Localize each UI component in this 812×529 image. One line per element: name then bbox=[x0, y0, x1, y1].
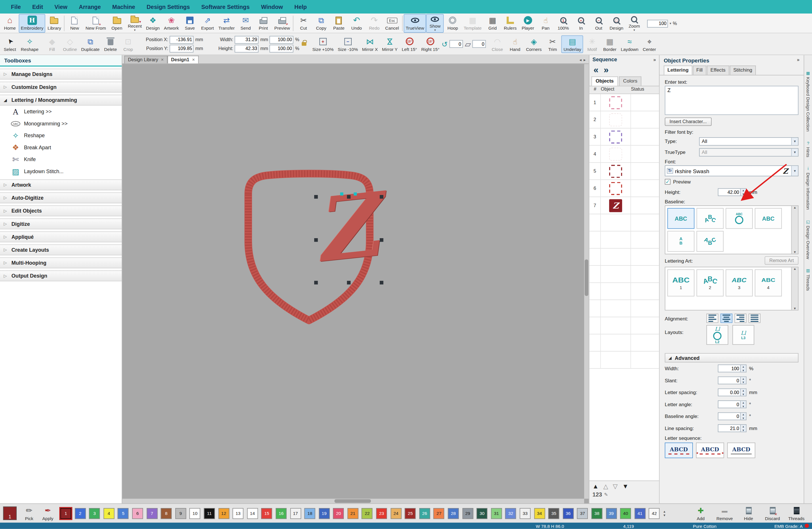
toolbar-button-new-from[interactable]: +New From bbox=[84, 14, 108, 33]
toolbox-section-customize-design[interactable]: ▷Customize Design bbox=[0, 82, 122, 93]
toolbar-button-show[interactable]: Show▾ bbox=[426, 14, 444, 33]
expander-icon[interactable]: ▷ bbox=[4, 221, 8, 226]
design-canvas[interactable]: Z bbox=[122, 64, 589, 503]
close-tab-icon[interactable]: ✕ bbox=[192, 58, 195, 62]
letter-angle-spinner[interactable]: ▲▼ bbox=[741, 400, 746, 408]
menu-file[interactable]: File bbox=[5, 0, 27, 14]
properties-tab-effects[interactable]: Effects bbox=[707, 65, 729, 75]
tab-objects[interactable]: Objects bbox=[591, 76, 618, 86]
toolbar-button-embroidery[interactable]: HEmbroidery bbox=[19, 14, 45, 33]
font-dropdown[interactable]: Tr rkshire Swash Z ▼ bbox=[665, 165, 798, 176]
toolbox-item-monogramming[interactable]: ABCMonogramming >> bbox=[0, 118, 122, 130]
palette-scroll-spinner[interactable]: ▲▼ bbox=[663, 510, 666, 517]
zoom-level-input[interactable] bbox=[648, 19, 668, 27]
hide-button[interactable]: Hide bbox=[738, 506, 759, 521]
object-thumbnail[interactable] bbox=[609, 182, 622, 195]
baseline-option-circle[interactable]: ABC bbox=[726, 208, 753, 229]
selection-handle[interactable] bbox=[314, 195, 318, 199]
object-thumbnail[interactable] bbox=[609, 130, 622, 143]
color-swatch-42[interactable]: 42 bbox=[649, 508, 660, 519]
sequence-row-4[interactable]: 4 bbox=[589, 146, 659, 163]
skew-angle-input[interactable] bbox=[473, 40, 486, 48]
menu-edit[interactable]: Edit bbox=[27, 0, 49, 14]
docked-tab-design-information[interactable]: iDesign Information bbox=[806, 166, 811, 210]
toolbox-item-break-apart[interactable]: ❖Break Apart bbox=[0, 142, 122, 153]
lettering-art-option-4[interactable]: ABC4 bbox=[755, 269, 782, 296]
width-input[interactable] bbox=[235, 36, 259, 43]
toolbox-section-digitize[interactable]: ▷Digitize bbox=[0, 218, 122, 229]
font-type-dropdown[interactable]: All ▼ bbox=[699, 137, 798, 145]
lettering-text-input[interactable]: Z bbox=[665, 86, 798, 115]
selection-handle[interactable] bbox=[314, 238, 318, 241]
toolbar-button-size-10[interactable]: +Size +10% bbox=[310, 35, 335, 53]
slant-input[interactable] bbox=[718, 377, 741, 384]
lettering-art-option-2[interactable]: ABC2 bbox=[697, 269, 724, 296]
close-tab-icon[interactable]: ✕ bbox=[161, 58, 164, 62]
object-thumbnail[interactable] bbox=[609, 164, 622, 177]
toolbar-button-artwork[interactable]: ❀Artwork bbox=[162, 14, 181, 33]
sequence-row[interactable] bbox=[589, 300, 659, 317]
selection-handle[interactable] bbox=[347, 195, 351, 199]
toolbar-button-print[interactable]: Print bbox=[255, 14, 272, 33]
toolbox-item-reshape[interactable]: ✧Reshape bbox=[0, 130, 122, 142]
advanced-section-header[interactable]: ◢ Advanced bbox=[665, 353, 798, 363]
sequence-row[interactable] bbox=[589, 266, 659, 283]
canvas-vertical-scrollbar[interactable] bbox=[584, 64, 589, 499]
selection-handle[interactable] bbox=[347, 281, 351, 284]
baseline-option-straight[interactable]: ABC bbox=[667, 208, 694, 229]
color-swatch-15[interactable]: 15 bbox=[261, 508, 272, 519]
scroll-thumb[interactable] bbox=[335, 499, 371, 503]
toolbar-button-reshape[interactable]: ✧Reshape bbox=[19, 35, 41, 53]
menu-window[interactable]: Window bbox=[255, 0, 289, 14]
color-swatch-6[interactable]: 6 bbox=[132, 508, 143, 519]
expander-icon[interactable]: ▷ bbox=[4, 261, 8, 265]
expander-icon[interactable]: ▷ bbox=[4, 274, 8, 278]
color-swatch-12[interactable]: 12 bbox=[218, 508, 229, 519]
toolbox-section-auto-digitize[interactable]: ▷Auto-Digitize bbox=[0, 192, 122, 203]
color-swatch-11[interactable]: 11 bbox=[204, 508, 215, 519]
toolbox-item-laydown-stitch[interactable]: ▨Laydown Stitch... bbox=[0, 165, 122, 177]
toolbar-button-library[interactable]: Library bbox=[45, 14, 63, 33]
canvas-horizontal-scrollbar[interactable] bbox=[122, 499, 584, 503]
toolbar-button-in[interactable]: +In bbox=[572, 14, 590, 33]
properties-tab-fill[interactable]: Fill bbox=[693, 65, 706, 75]
chevron-down-icon[interactable]: ▾ bbox=[634, 28, 635, 32]
docked-tab-hints[interactable]: ?Hints bbox=[806, 141, 811, 157]
toolbar-button-out[interactable]: −Out bbox=[590, 14, 607, 33]
threads-button[interactable]: Threads bbox=[786, 506, 807, 521]
selected-letter-object[interactable]: Z bbox=[310, 190, 381, 266]
expander-icon[interactable]: ▷ bbox=[4, 234, 8, 239]
toolbox-section-lettering-monogramming[interactable]: ◢Lettering / Monogramming bbox=[0, 94, 122, 106]
color-swatch-26[interactable]: 26 bbox=[419, 508, 430, 519]
docked-tab-threads[interactable]: ▥Threads bbox=[806, 268, 811, 291]
chevron-down-icon[interactable]: ▼ bbox=[791, 166, 798, 176]
move-down-button[interactable]: ▽ bbox=[613, 483, 618, 490]
move-to-start-button[interactable]: ▲ bbox=[593, 483, 598, 490]
art-scrollbar[interactable]: ▲▼ bbox=[791, 267, 798, 310]
width-spinner[interactable]: ▲▼ bbox=[741, 365, 746, 372]
color-swatch-24[interactable]: 24 bbox=[390, 508, 402, 519]
chevron-down-icon[interactable]: ▾ bbox=[670, 21, 671, 25]
color-swatch-30[interactable]: 30 bbox=[477, 508, 488, 519]
expander-icon[interactable]: ▷ bbox=[4, 183, 8, 187]
toolbar-button-corners[interactable]: ◈Corners bbox=[524, 35, 544, 53]
color-swatch-10[interactable]: 10 bbox=[190, 508, 201, 519]
position-y-input[interactable] bbox=[170, 45, 194, 52]
sequence-row[interactable] bbox=[589, 352, 659, 369]
toolbar-button-border[interactable]: ▦Border bbox=[601, 35, 619, 53]
color-swatch-19[interactable]: 19 bbox=[319, 508, 330, 519]
color-swatch-34[interactable]: 34 bbox=[534, 508, 545, 519]
color-swatch-20[interactable]: 20 bbox=[333, 508, 344, 519]
color-swatch-41[interactable]: 41 bbox=[635, 508, 646, 519]
sequence-row-2[interactable]: 2 bbox=[589, 111, 659, 129]
letter-spacing-input[interactable] bbox=[718, 388, 741, 396]
toolbar-button-laydown[interactable]: ≈Laydown bbox=[619, 35, 640, 53]
toolbar-button-cut[interactable]: ✂Cut bbox=[295, 14, 312, 33]
chevron-down-icon[interactable]: ▾ bbox=[134, 28, 135, 32]
toolbar-button-underlay[interactable]: ▤Underlay bbox=[561, 35, 583, 53]
sequence-row[interactable] bbox=[589, 249, 659, 266]
toolbox-section-artwork[interactable]: ▷Artwork bbox=[0, 179, 122, 190]
toolbar-button-duplicate[interactable]: ⧉Duplicate bbox=[79, 35, 102, 53]
height-percent-input[interactable] bbox=[270, 45, 293, 52]
toolbar-button-trim[interactable]: ✂Trim bbox=[544, 35, 561, 53]
